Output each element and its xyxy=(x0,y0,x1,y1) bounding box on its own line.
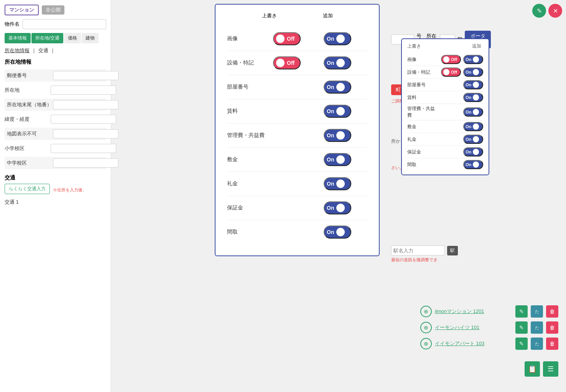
field-elementary-label: 小学校区 xyxy=(5,145,51,152)
tr-toggle-facilities-add[interactable]: On xyxy=(463,68,483,77)
subnav-transport[interactable]: 交通 xyxy=(38,47,48,54)
tr-toggle-layout-add[interactable]: On xyxy=(463,160,483,169)
tr-toggles-deposit: On xyxy=(463,122,483,131)
transport-1-row: 交通 1 xyxy=(5,199,106,206)
property-name-input[interactable] xyxy=(23,19,106,29)
property-icon-1: ⊕ xyxy=(420,306,432,317)
overlay-label-facilities: 設備・特記 xyxy=(227,59,273,66)
overlay-label-layout: 間取 xyxy=(227,229,273,236)
overlay-label-rent: 賃料 xyxy=(227,108,273,115)
tr-toggle-image-add[interactable]: On xyxy=(463,55,483,64)
corner-edit-button[interactable]: ✎ xyxy=(532,4,546,18)
delete-btn-2[interactable]: 🗑 xyxy=(546,321,558,334)
overlay-toggles-rent: On xyxy=(273,105,351,118)
field-junior-label: 中学校区 xyxy=(7,160,53,166)
tr-toggles-image: Off On xyxy=(441,55,483,64)
copy-btn-1[interactable]: た xyxy=(531,305,543,318)
tr-toggle-facilities-overwrite[interactable]: Off xyxy=(441,68,461,77)
copy-btn-2[interactable]: た xyxy=(531,321,543,334)
overlay-header: 上書き 追加 xyxy=(227,12,367,19)
station-name-input[interactable] xyxy=(391,245,445,255)
property-icon-3: ⊕ xyxy=(420,338,432,349)
toggle-circle xyxy=(336,83,345,91)
delete-btn-1[interactable]: 🗑 xyxy=(546,305,558,318)
bottom-icons: 📋 ☰ xyxy=(525,361,558,377)
property-name-row: 物件名 xyxy=(5,19,106,29)
tab-building[interactable]: 建物 xyxy=(82,33,99,43)
property-link-1[interactable]: iimonマンション 1201 xyxy=(435,308,512,315)
toggle-security-add[interactable]: On xyxy=(324,201,351,214)
field-map-hide-input[interactable] xyxy=(53,129,118,138)
toggle-rent-add[interactable]: On xyxy=(324,105,351,118)
field-latlong: 緯度・経度 xyxy=(5,114,106,125)
tr-toggles-rent: On xyxy=(463,93,483,102)
main-container: マンション 非公開 物件名 基本情報 所在地/交通 価格 建物 所在地情報 ｜ … xyxy=(0,0,566,392)
tab-price[interactable]: 価格 xyxy=(64,33,81,43)
tr-col2-label: 追加 xyxy=(472,43,481,49)
tr-label-facilities: 設備・特記 xyxy=(407,69,438,76)
field-latlong-input[interactable] xyxy=(51,115,116,124)
field-address-end-label: 所在地末尾（地番） xyxy=(7,101,53,108)
overlay-row-facilities: 設備・特記 Off On xyxy=(227,51,367,75)
property-link-2[interactable]: イーモンハイツ 101 xyxy=(435,324,512,331)
overlay-row-rent: 賃料 On xyxy=(227,99,367,124)
tr-toggle-deposit-add[interactable]: On xyxy=(463,122,483,131)
field-elementary-input[interactable] xyxy=(51,144,116,153)
tr-on-label: On xyxy=(466,70,471,74)
toggle-deposit-add[interactable]: On xyxy=(324,153,351,166)
bottom-icon-2[interactable]: ☰ xyxy=(543,361,558,377)
tr-toggle-mgmt-add[interactable]: On xyxy=(463,107,483,117)
tr-row-key-money: 礼金 On xyxy=(407,133,483,146)
tab-nav: 基本情報 所在地/交通 価格 建物 xyxy=(5,33,106,43)
property-type-row: マンション 非公開 xyxy=(5,5,106,15)
toggle-circle xyxy=(276,35,285,43)
edit-btn-2[interactable]: ✎ xyxy=(515,321,528,334)
tr-on-label: On xyxy=(466,110,471,114)
property-link-3[interactable]: イイモンアパート 103 xyxy=(435,340,512,347)
delete-btn-3[interactable]: 🗑 xyxy=(546,338,558,350)
tr-toggle-rent-add[interactable]: On xyxy=(463,93,483,102)
overlay-toggles-roomno: On xyxy=(273,81,351,94)
subnav-location[interactable]: 所在地情報 xyxy=(5,47,30,54)
tr-on-label: On xyxy=(466,95,471,100)
overlay-toggles-layout: On xyxy=(273,226,351,239)
toggle-circle-sm xyxy=(473,56,479,63)
toggle-image-add[interactable]: On xyxy=(324,32,351,45)
toggle-image-overwrite[interactable]: Off xyxy=(273,32,301,45)
field-junior-input[interactable] xyxy=(53,158,118,168)
tr-toggle-roomno-add[interactable]: On xyxy=(463,80,483,89)
overlay-label-image: 画像 xyxy=(227,35,273,42)
tr-col1-label: 上書き xyxy=(407,43,421,49)
field-address-input[interactable] xyxy=(51,86,116,95)
field-postal-input[interactable] xyxy=(53,71,118,80)
edit-btn-1[interactable]: ✎ xyxy=(515,305,528,318)
transport-easy-btn[interactable]: らくらく交通入力 xyxy=(5,184,50,194)
toggle-roomno-add[interactable]: On xyxy=(324,81,351,94)
tab-basic-info[interactable]: 基本情報 xyxy=(5,33,31,43)
toggle-key-money-add[interactable]: On xyxy=(324,177,351,190)
toggle-circle-sm xyxy=(473,109,479,115)
field-address-end-input[interactable] xyxy=(53,100,118,109)
tab-location[interactable]: 所在地/交通 xyxy=(31,33,63,43)
bottom-icon-1[interactable]: 📋 xyxy=(525,361,540,377)
field-postal-label: 郵便番号 xyxy=(7,72,53,79)
tr-toggle-image-overwrite[interactable]: Off xyxy=(441,55,461,64)
edit-btn-3[interactable]: ✎ xyxy=(515,338,528,350)
copy-btn-3[interactable]: た xyxy=(531,338,543,350)
station-search-button[interactable]: 駅 xyxy=(447,246,458,255)
toggle-facilities-add[interactable]: On xyxy=(324,56,351,69)
toggle-mgmt-add[interactable]: On xyxy=(324,129,351,142)
toggle-facilities-overwrite[interactable]: Off xyxy=(273,56,301,69)
toggle-off-label: Off xyxy=(287,60,295,66)
toggle-layout-add[interactable]: On xyxy=(324,226,351,239)
overlay-row-image: 画像 Off On xyxy=(227,27,367,51)
tr-toggle-security-add[interactable]: On xyxy=(463,147,483,156)
overlay-row-security: 保証金 On xyxy=(227,196,367,220)
tr-toggle-key-money-add[interactable]: On xyxy=(463,135,483,144)
corner-close-button[interactable]: ✕ xyxy=(548,4,562,18)
tr-panel-header: 上書き 追加 xyxy=(407,43,483,49)
toggle-on-label: On xyxy=(327,229,334,235)
overlay-label-security: 保証金 xyxy=(227,204,273,211)
tr-row-image: 画像 Off On xyxy=(407,53,483,66)
property-type-badge: マンション xyxy=(5,5,39,15)
